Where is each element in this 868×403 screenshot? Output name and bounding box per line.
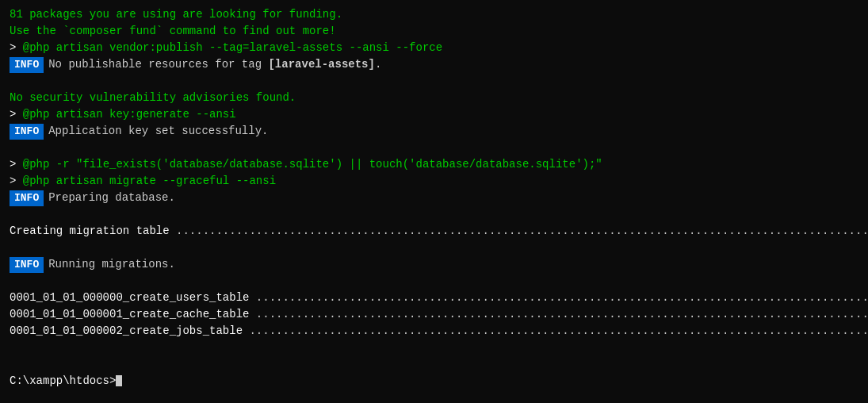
migration-name-3: 0001_01_01_000002_create_jobs_table (10, 324, 243, 337)
terminal-line-migrate: > @php artisan migrate --graceful --ansi (10, 173, 858, 190)
prompt-symbol-2: > (10, 108, 23, 121)
empty-line-6 (10, 340, 858, 356)
empty-line-5 (10, 273, 858, 290)
prompt-symbol-3: > (10, 158, 23, 171)
empty-line-1 (10, 73, 858, 90)
terminal-line-1: 81 packages you are using are looking fo… (10, 6, 858, 23)
info-text: No publishable resources for tag [larave… (48, 58, 381, 71)
prompt-path: C:\xampp\htdocs> (10, 374, 116, 387)
info-text-4: Running migrations. (48, 258, 175, 271)
prompt-symbol: > (10, 41, 23, 54)
migration-name-1: 0001_01_01_000000_create_users_table (10, 291, 249, 304)
cmd-keygen: @php artisan key:generate --ansi (23, 108, 236, 121)
migration-dots-3: ........................................… (243, 324, 868, 337)
terminal-line-security: No security vulnerability advisories fou… (10, 90, 858, 106)
migration-name: Creating migration table (10, 225, 170, 237)
cursor (116, 375, 122, 386)
migration-name-2: 0001_01_01_000001_create_cache_table (10, 308, 249, 320)
terminal-window: 81 packages you are using are looking fo… (10, 6, 858, 397)
terminal-line-jobs-table: 0001_01_01_000002_create_jobs_table ....… (10, 323, 858, 340)
info-badge-4: INFO (10, 257, 44, 273)
prompt-symbol-4: > (10, 175, 23, 187)
terminal-line-3: > @php artisan vendor:publish --tag=lara… (10, 40, 858, 56)
empty-line-3 (10, 206, 858, 223)
info-text-2: Application key set successfully. (48, 125, 268, 137)
cmd-text: @php artisan vendor:publish --tag=larave… (23, 41, 442, 54)
migration-dots: ........................................… (170, 225, 868, 237)
terminal-line-fileexists: > @php -r "file_exists('database/databas… (10, 156, 858, 173)
cmd-migrate: @php artisan migrate --graceful --ansi (23, 175, 276, 187)
info-badge-3: INFO (10, 190, 44, 206)
migration-dots-2: ........................................… (249, 308, 868, 320)
terminal-line-create-mig: Creating migration table ...............… (10, 223, 858, 240)
terminal-line-2: Use the `composer fund` command to find … (10, 23, 858, 40)
empty-line-2 (10, 140, 858, 156)
empty-line-7 (10, 356, 858, 373)
terminal-line-keygen: > @php artisan key:generate --ansi (10, 106, 858, 123)
info-text-3: Preparing database. (48, 191, 175, 204)
cmd-fileexists: @php -r "file_exists('database/database.… (23, 158, 602, 171)
terminal-line-cache-table: 0001_01_01_000001_create_cache_table ...… (10, 306, 858, 323)
terminal-line-running: INFORunning migrations. (10, 256, 858, 273)
migration-dots-1: ........................................… (249, 291, 868, 304)
terminal-final-prompt[interactable]: C:\xampp\htdocs> (10, 373, 858, 390)
terminal-line-users-table: 0001_01_01_000000_create_users_table ...… (10, 290, 858, 306)
terminal-line-4: INFONo publishable resources for tag [la… (10, 56, 858, 73)
terminal-line-preparing: INFOPreparing database. (10, 190, 858, 206)
info-badge-2: INFO (10, 124, 44, 140)
terminal-line-keyinfo: INFOApplication key set successfully. (10, 123, 858, 140)
empty-line-4 (10, 240, 858, 256)
info-badge: INFO (10, 57, 44, 73)
